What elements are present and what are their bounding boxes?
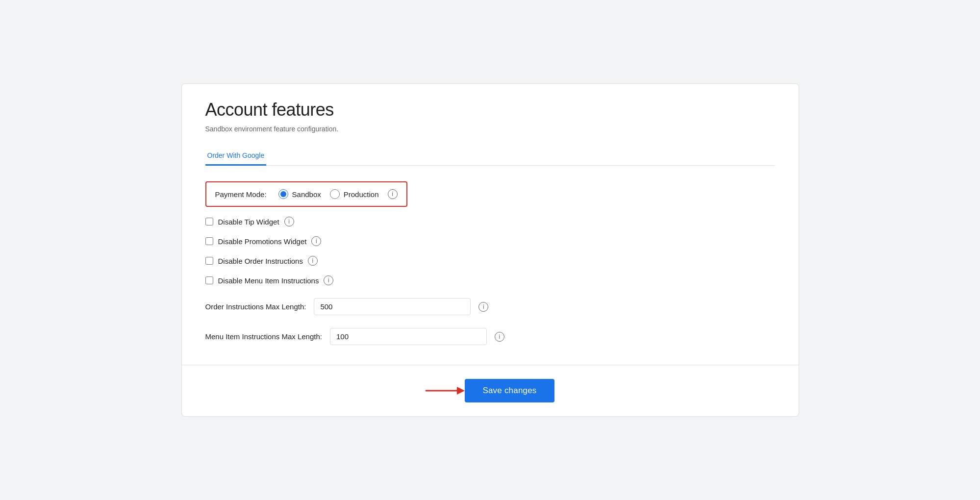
disable-order-instructions-label: Disable Order Instructions [218, 257, 303, 265]
order-instructions-max-info-icon[interactable]: i [478, 302, 488, 312]
page-subtitle: Sandbox environment feature configuratio… [205, 125, 775, 133]
save-changes-button[interactable]: Save changes [465, 379, 554, 402]
menu-item-instructions-max-row: Menu Item Instructions Max Length: i [205, 328, 775, 345]
production-radio-option[interactable]: Production [330, 189, 379, 199]
disable-order-instructions-row: Disable Order Instructions i [205, 256, 775, 266]
payment-mode-row: Payment Mode: Sandbox Production i [205, 181, 407, 207]
order-instructions-max-input[interactable] [314, 298, 471, 315]
sandbox-radio[interactable] [278, 189, 288, 199]
disable-promotions-label: Disable Promotions Widget [218, 237, 307, 246]
menu-item-instructions-max-input[interactable] [330, 328, 487, 345]
disable-promotions-row: Disable Promotions Widget i [205, 236, 775, 246]
order-instructions-max-label: Order Instructions Max Length: [205, 302, 306, 311]
disable-tip-checkbox[interactable] [205, 218, 213, 225]
card-footer: Save changes [182, 365, 799, 416]
disable-tip-row: Disable Tip Widget i [205, 217, 775, 226]
production-radio[interactable] [330, 189, 340, 199]
tabs-bar: Order With Google [205, 147, 775, 166]
page-title: Account features [205, 100, 775, 120]
save-arrow-icon [426, 385, 465, 397]
sandbox-radio-option[interactable]: Sandbox [278, 189, 321, 199]
disable-menu-item-instructions-row: Disable Menu Item Instructions i [205, 275, 775, 285]
tab-order-with-google[interactable]: Order With Google [205, 147, 267, 166]
disable-order-instructions-checkbox[interactable] [205, 257, 213, 265]
menu-item-instructions-max-label: Menu Item Instructions Max Length: [205, 332, 322, 341]
production-label: Production [344, 190, 379, 199]
disable-tip-label: Disable Tip Widget [218, 218, 279, 226]
disable-order-instructions-info-icon[interactable]: i [308, 256, 318, 266]
menu-item-instructions-max-info-icon[interactable]: i [495, 332, 504, 342]
disable-menu-item-instructions-checkbox[interactable] [205, 276, 213, 284]
disable-promotions-checkbox[interactable] [205, 237, 213, 245]
account-features-card: Account features Sandbox environment fea… [181, 83, 799, 417]
disable-menu-item-instructions-info-icon[interactable]: i [324, 275, 333, 285]
arrow-container: Save changes [426, 379, 554, 402]
svg-marker-1 [457, 387, 465, 395]
card-body: Account features Sandbox environment fea… [182, 84, 799, 365]
payment-mode-label: Payment Mode: [215, 190, 267, 199]
disable-menu-item-instructions-label: Disable Menu Item Instructions [218, 276, 319, 285]
disable-promotions-info-icon[interactable]: i [311, 236, 321, 246]
form-section: Payment Mode: Sandbox Production i Disab… [205, 181, 775, 345]
sandbox-label: Sandbox [292, 190, 321, 199]
payment-mode-info-icon[interactable]: i [388, 189, 398, 199]
order-instructions-max-row: Order Instructions Max Length: i [205, 298, 775, 315]
disable-tip-info-icon[interactable]: i [284, 217, 294, 226]
